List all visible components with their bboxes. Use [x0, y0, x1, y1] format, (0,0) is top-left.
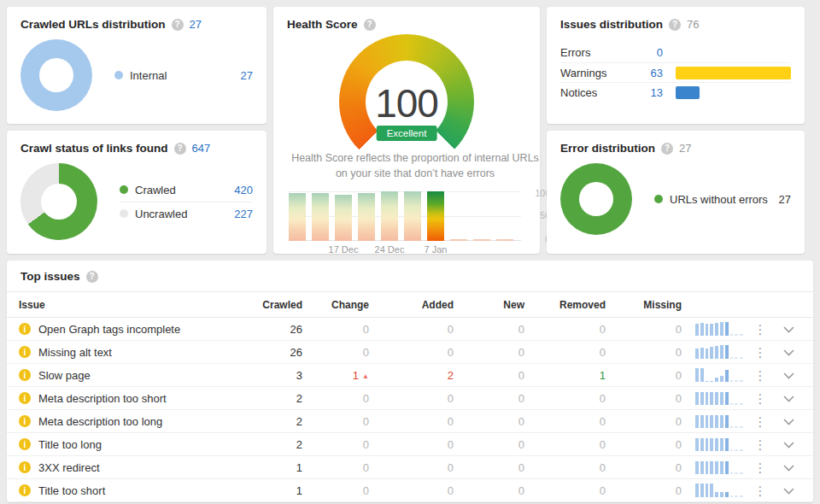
bar-track: [676, 46, 791, 59]
column-header-crawled[interactable]: Crawled: [227, 299, 302, 311]
legend-value[interactable]: 420: [234, 184, 253, 196]
history-bar: [312, 193, 329, 241]
card-header: Health Score ?: [287, 18, 526, 31]
column-header-added[interactable]: Added: [369, 299, 454, 311]
kebab-menu-icon[interactable]: ⋮: [745, 415, 776, 428]
table-row: iOpen Graph tags incomplete2600000⋮: [7, 318, 813, 341]
warning-icon: i: [19, 369, 31, 381]
donut-hole: [579, 182, 613, 216]
bar: [676, 86, 700, 99]
help-icon[interactable]: ?: [172, 19, 184, 31]
chevron-down-icon[interactable]: [776, 461, 801, 474]
issue-cell: iMissing alt text: [19, 346, 227, 359]
column-header-change[interactable]: Change: [302, 299, 369, 311]
help-icon[interactable]: ?: [661, 143, 673, 155]
new-value: 0: [454, 484, 524, 497]
crawled-count[interactable]: 26: [227, 346, 302, 359]
chevron-down-icon[interactable]: [776, 415, 801, 428]
issue-name-link[interactable]: Slow page: [38, 369, 91, 382]
legend-value[interactable]: 227: [234, 208, 253, 220]
chevron-down-icon[interactable]: [776, 323, 801, 336]
issue-name-link[interactable]: Title too long: [38, 438, 102, 451]
new-value: 0: [454, 346, 524, 359]
issues-distribution-row: Errors0: [560, 43, 791, 62]
chevron-down-icon[interactable]: [776, 346, 801, 359]
chevron-down-icon[interactable]: [776, 369, 801, 382]
issue-type-count[interactable]: 0: [629, 46, 663, 59]
table-row: iSlow page31▲2010⋮: [7, 364, 813, 387]
kebab-menu-icon[interactable]: ⋮: [745, 438, 776, 451]
removed-value: 0: [524, 484, 606, 497]
legend-label: URLs without errors: [670, 193, 768, 206]
history-sparkline: [682, 437, 745, 451]
help-icon[interactable]: ?: [364, 19, 376, 31]
issue-type-count[interactable]: 63: [629, 67, 663, 79]
kebab-menu-icon[interactable]: ⋮: [745, 369, 776, 382]
help-icon[interactable]: ?: [669, 19, 681, 31]
issue-name-link[interactable]: Meta description too short: [38, 392, 167, 405]
crawled-count[interactable]: 2: [227, 415, 302, 428]
legend-color-dot: [114, 71, 123, 79]
missing-value: 0: [606, 438, 682, 451]
crawled-count[interactable]: 1: [227, 461, 302, 474]
crawled-count[interactable]: 2: [227, 438, 302, 451]
warning-icon: i: [19, 438, 31, 450]
chevron-down-icon[interactable]: [776, 392, 801, 405]
card-issues-distribution: Issues distribution ? 76 Errors0Warnings…: [547, 7, 805, 124]
column-header-missing[interactable]: Missing: [606, 299, 682, 311]
card-count[interactable]: 647: [192, 142, 211, 155]
kebab-menu-icon[interactable]: ⋮: [745, 484, 776, 497]
column-header-new[interactable]: New: [454, 299, 524, 311]
added-value: 2: [369, 369, 454, 382]
issue-name-link[interactable]: 3XX redirect: [38, 461, 100, 474]
card-header: Top issues ?: [7, 261, 813, 292]
donut-hole: [41, 184, 77, 220]
crawled-count[interactable]: 2: [227, 392, 302, 405]
table-row: iMeta description too long200000⋮: [7, 410, 813, 433]
removed-value: 0: [524, 392, 606, 405]
card-top-issues: Top issues ? IssueCrawledChangeAddedNewR…: [7, 261, 813, 502]
history-sparkline: [682, 368, 745, 382]
legend: Crawled420Uncrawled227: [120, 179, 253, 226]
history-bar: [473, 239, 490, 241]
added-value: 0: [369, 438, 454, 451]
legend-item: Uncrawled227: [120, 202, 253, 226]
help-icon[interactable]: ?: [86, 271, 98, 283]
legend-item: Crawled420: [120, 179, 253, 202]
issue-name-link[interactable]: Meta description too long: [38, 415, 162, 428]
history-sparkline: [682, 483, 745, 497]
table-column-headers: IssueCrawledChangeAddedNewRemovedMissing: [7, 292, 813, 318]
legend-value[interactable]: 27: [241, 69, 253, 82]
issue-type-count[interactable]: 13: [629, 86, 663, 99]
table-row: iMissing alt text2600000⋮: [7, 341, 813, 364]
health-score-gauge: 100 Excellent: [339, 34, 474, 169]
kebab-menu-icon[interactable]: ⋮: [745, 323, 776, 336]
issue-cell: iTitle too long: [19, 438, 227, 451]
kebab-menu-icon[interactable]: ⋮: [745, 392, 776, 405]
crawled-urls-donut-chart: [20, 39, 92, 111]
column-header-issue[interactable]: Issue: [19, 299, 227, 311]
chevron-down-icon[interactable]: [776, 484, 801, 497]
overview-grid: Crawled URLs distribution ? 27 Internal2…: [7, 7, 813, 254]
legend-label: Crawled: [135, 184, 176, 196]
missing-value: 0: [606, 484, 682, 497]
chevron-down-icon[interactable]: [776, 438, 801, 451]
crawled-count[interactable]: 3: [227, 369, 302, 382]
history-plot-area: [289, 191, 521, 241]
issue-type-label: Notices: [560, 86, 629, 99]
help-icon[interactable]: ?: [174, 143, 186, 155]
card-count[interactable]: 27: [190, 18, 202, 31]
kebab-menu-icon[interactable]: ⋮: [745, 461, 776, 474]
issue-name-link[interactable]: Missing alt text: [38, 346, 112, 359]
change-value: 0: [302, 392, 369, 405]
card-header: Error distribution ? 27: [560, 142, 791, 155]
issue-name-link[interactable]: Title too short: [38, 484, 105, 497]
new-value: 0: [454, 323, 524, 336]
issue-name-link[interactable]: Open Graph tags incomplete: [38, 323, 180, 336]
crawled-count[interactable]: 1: [227, 484, 302, 497]
left-column: Crawled URLs distribution ? 27 Internal2…: [7, 7, 266, 254]
warning-icon: i: [19, 415, 31, 427]
column-header-removed[interactable]: Removed: [524, 299, 606, 311]
crawled-count[interactable]: 26: [227, 323, 302, 336]
kebab-menu-icon[interactable]: ⋮: [745, 346, 776, 359]
